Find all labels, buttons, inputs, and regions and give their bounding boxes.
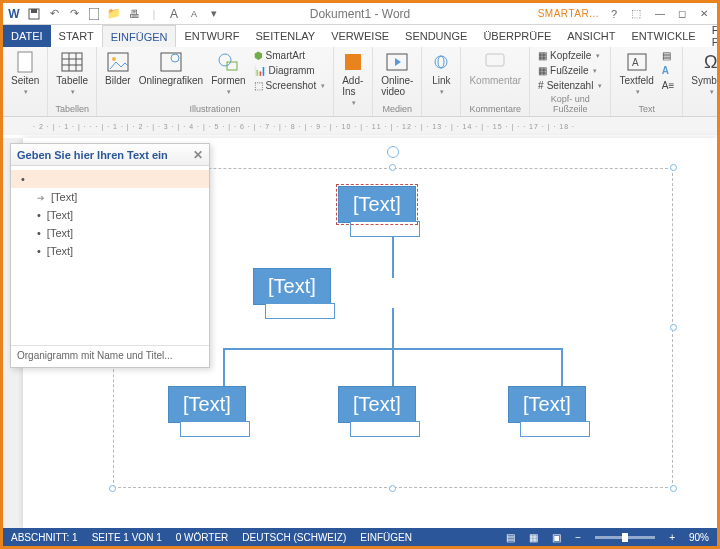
- org-node-child-3[interactable]: [Text]: [508, 386, 586, 437]
- tab-seitenlayout[interactable]: SEITENLAY: [247, 25, 323, 47]
- text-pane-close-icon[interactable]: ✕: [193, 148, 203, 162]
- text-pane-item[interactable]: •[Text]: [11, 224, 209, 242]
- view-print-icon[interactable]: ▦: [529, 532, 538, 543]
- status-words[interactable]: 0 WÖRTER: [176, 532, 229, 543]
- org-node-assistant[interactable]: [Text]: [253, 268, 331, 319]
- tab-entwurf[interactable]: ENTWURF: [176, 25, 247, 47]
- resize-handle-tr[interactable]: [670, 164, 677, 171]
- dropcap-button[interactable]: A≡: [660, 79, 677, 92]
- ruler-area: · 2 · | · 1 · | · · · | · 1 · | · 2 · | …: [3, 117, 717, 135]
- help-icon[interactable]: ?: [607, 7, 621, 21]
- bullet-icon: •: [21, 173, 25, 185]
- resize-handle-tm[interactable]: [389, 164, 396, 171]
- table-button[interactable]: Tabelle: [54, 49, 90, 98]
- svg-point-10: [112, 57, 116, 61]
- close-icon[interactable]: ✕: [695, 6, 713, 22]
- wordart-button[interactable]: A: [660, 64, 677, 77]
- font-bigger-icon[interactable]: A: [167, 7, 181, 21]
- resize-handle-bm[interactable]: [389, 485, 396, 492]
- org-node-box[interactable]: [Text]: [168, 386, 246, 423]
- tab-datei[interactable]: DATEI: [3, 25, 51, 47]
- tab-verweise[interactable]: VERWEISE: [323, 25, 397, 47]
- undo-icon[interactable]: ↶: [47, 7, 61, 21]
- org-node-box[interactable]: [Text]: [338, 186, 416, 223]
- page-number-button[interactable]: #Seitenzahl: [536, 79, 604, 92]
- tab-ueberpruefen[interactable]: ÜBERPRÜFE: [475, 25, 559, 47]
- rotate-handle-icon[interactable]: [387, 146, 399, 158]
- text-pane-item[interactable]: •[Text]: [11, 206, 209, 224]
- org-node-box[interactable]: [Text]: [338, 386, 416, 423]
- view-web-icon[interactable]: ▣: [552, 532, 561, 543]
- ribbon-display-icon[interactable]: ⬚: [629, 7, 643, 21]
- screenshot-button[interactable]: ⬚Screenshot: [252, 79, 328, 92]
- textbox-button[interactable]: A Textfeld: [617, 49, 655, 98]
- zoom-level[interactable]: 90%: [689, 532, 709, 543]
- shapes-button[interactable]: Formen: [209, 49, 247, 98]
- chart-button[interactable]: 📊Diagramm: [252, 64, 328, 77]
- org-node-child-2[interactable]: [Text]: [338, 386, 416, 437]
- zoom-thumb[interactable]: [622, 533, 628, 542]
- header-button[interactable]: ▦Kopfzeile: [536, 49, 604, 62]
- org-node-child-1[interactable]: [Text]: [168, 386, 246, 437]
- minimize-icon[interactable]: —: [651, 6, 669, 22]
- tab-einfuegen[interactable]: EINFÜGEN: [102, 25, 177, 47]
- bullet-icon: •: [37, 227, 41, 239]
- online-pictures-button[interactable]: Onlinegrafiken: [137, 49, 205, 88]
- org-node-subtitle[interactable]: [265, 303, 335, 319]
- footer-button[interactable]: ▦Fußzeile: [536, 64, 604, 77]
- pages-button[interactable]: Seiten: [9, 49, 41, 98]
- print-icon[interactable]: 🖶: [127, 7, 141, 21]
- org-node-box[interactable]: [Text]: [508, 386, 586, 423]
- open-icon[interactable]: 📁: [107, 7, 121, 21]
- chart-icon: 📊: [254, 65, 266, 76]
- text-pane-item[interactable]: •[Text]: [11, 242, 209, 260]
- status-page[interactable]: SEITE 1 VON 1: [92, 532, 162, 543]
- font-smaller-icon[interactable]: A: [187, 7, 201, 21]
- horizontal-ruler[interactable]: · 2 · | · 1 · | · · · | · 1 · | · 2 · | …: [23, 117, 717, 135]
- zoom-in-icon[interactable]: +: [669, 532, 675, 543]
- redo-icon[interactable]: ↷: [67, 7, 81, 21]
- svg-text:A: A: [632, 57, 639, 68]
- smartart-text-pane[interactable]: Geben Sie hier Ihren Text ein ✕ • [Text]…: [10, 143, 210, 368]
- comment-button[interactable]: Kommentar: [467, 49, 523, 88]
- svg-rect-20: [486, 54, 504, 66]
- svg-point-18: [435, 56, 447, 68]
- tab-foxit[interactable]: Foxit PDF: [704, 25, 720, 47]
- org-node-subtitle[interactable]: [520, 421, 590, 437]
- org-node-root[interactable]: [Text]: [338, 186, 416, 237]
- tab-entwickler[interactable]: ENTWICKLE: [624, 25, 704, 47]
- text-pane-item[interactable]: •: [11, 170, 209, 188]
- org-node-box[interactable]: [Text]: [253, 268, 331, 305]
- text-pane-item[interactable]: [Text]: [11, 188, 209, 206]
- tab-ansicht[interactable]: ANSICHT: [559, 25, 623, 47]
- tab-start[interactable]: START: [51, 25, 102, 47]
- symbols-button[interactable]: Ω Symbole: [689, 49, 720, 98]
- pictures-button[interactable]: Bilder: [103, 49, 133, 88]
- resize-handle-mr[interactable]: [670, 324, 677, 331]
- online-video-button[interactable]: Online-video: [379, 49, 415, 99]
- link-button[interactable]: Link: [428, 49, 454, 98]
- status-section[interactable]: ABSCHNITT: 1: [11, 532, 78, 543]
- quickparts-button[interactable]: ▤: [660, 49, 677, 62]
- text-pane-header[interactable]: Geben Sie hier Ihren Text ein ✕: [11, 144, 209, 166]
- tab-sendungen[interactable]: SENDUNGE: [397, 25, 475, 47]
- svg-point-12: [171, 54, 179, 62]
- picture-icon: [107, 51, 129, 73]
- resize-handle-bl[interactable]: [109, 485, 116, 492]
- qat-more-icon[interactable]: ▾: [207, 7, 221, 21]
- status-insert-mode[interactable]: EINFÜGEN: [360, 532, 412, 543]
- org-node-subtitle[interactable]: [350, 421, 420, 437]
- zoom-slider[interactable]: [595, 536, 655, 539]
- save-icon[interactable]: [27, 7, 41, 21]
- new-icon[interactable]: [87, 7, 101, 21]
- view-read-icon[interactable]: ▤: [506, 532, 515, 543]
- status-language[interactable]: DEUTSCH (SCHWEIZ): [242, 532, 346, 543]
- maximize-icon[interactable]: ◻: [673, 6, 691, 22]
- dropcap-icon: A≡: [662, 80, 675, 91]
- org-node-subtitle[interactable]: [350, 221, 420, 237]
- zoom-out-icon[interactable]: −: [575, 532, 581, 543]
- resize-handle-br[interactable]: [670, 485, 677, 492]
- org-node-subtitle[interactable]: [180, 421, 250, 437]
- addins-button[interactable]: Add-Ins: [340, 49, 366, 109]
- smartart-button[interactable]: ⬢SmartArt: [252, 49, 328, 62]
